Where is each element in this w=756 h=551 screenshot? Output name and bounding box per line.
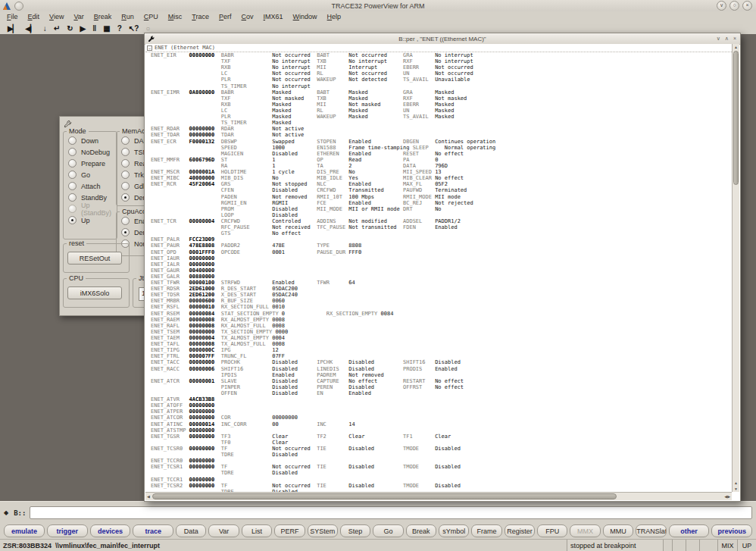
register-row[interactable]: ENET_TCCR1 00000000	[151, 477, 729, 483]
register-row[interactable]: ENET_ATINC 00000014 INC_CORR 00 INC 14	[151, 421, 729, 427]
register-row[interactable]: OFFEN Disabled EN Enabled	[151, 390, 729, 396]
menu-item-run[interactable]: Run	[117, 12, 139, 21]
register-row[interactable]: ENET_FTRL 000007FF TRUNC_FL 07FF	[151, 353, 729, 359]
register-row[interactable]: ENET_RAFL 00000008 RX_ALMOST_FULL 0008	[151, 323, 729, 329]
register-row[interactable]: ENET_MMFR 6006796D ST 1 OP Read PA 0	[151, 157, 729, 163]
vertical-scroll-thumb[interactable]	[733, 51, 739, 185]
radio-option-go[interactable]: Go	[64, 169, 117, 180]
register-row[interactable]: ENET_TGSR 00000000 TF3 Clear TF2 Clear T…	[151, 434, 729, 440]
register-row[interactable]: ENET_TFWR 00000100 STRFWD Enabled TFWR 6…	[151, 280, 729, 286]
minimize-button[interactable]: ∨	[717, 1, 726, 11]
softkey-break[interactable]: Break	[406, 524, 436, 537]
softkey-other[interactable]: other	[669, 524, 710, 537]
register-row[interactable]: TS_TIMER No interrupt	[151, 83, 729, 89]
register-row[interactable]: ENET_ATPER 00000000	[151, 409, 729, 415]
register-row[interactable]: TDRE Disabled	[151, 452, 729, 458]
register-row[interactable]: ENET_MIBC 40000000 MIB_DIS No MIB_IDLE Y…	[151, 175, 729, 181]
softkey-go[interactable]: Go	[373, 524, 403, 537]
menu-item-file[interactable]: File	[2, 12, 23, 21]
command-input[interactable]	[30, 506, 752, 519]
register-row[interactable]: RFC_PAUSE Not received TFC_PAUSE Not tra…	[151, 224, 729, 230]
menu-item-var[interactable]: Var	[69, 12, 88, 21]
register-row[interactable]: SPEED 1000 EN1588 Frame time-stamping SL…	[151, 145, 729, 151]
maximize-button[interactable]: ○	[729, 1, 739, 11]
register-row[interactable]: ENET_TIPG 0000000C IPG 12	[151, 347, 729, 353]
softkey-devices[interactable]: devices	[90, 524, 131, 537]
register-row[interactable]: ENET_MSCR 0000001A HOLDTIME 1 cycle DIS_…	[151, 169, 729, 175]
register-row[interactable]: ENET_TAEM 00000004 TX_ALMOST_EMPTY 0004	[151, 335, 729, 341]
step-return-icon[interactable]: ↵	[54, 24, 59, 33]
resetout-button[interactable]: RESetOut	[67, 252, 122, 265]
step-into-icon[interactable]: ↓	[43, 24, 46, 33]
register-row[interactable]: PADEN Not removed RMII_10T 100 Mbps RMII…	[151, 194, 729, 200]
register-row[interactable]: ENET_TCSR2 00000000 TF Not occurred TIE …	[151, 483, 729, 489]
scroll-left-icon[interactable]: ◀	[147, 493, 150, 500]
breakpoint-list-icon[interactable]: ▦	[103, 24, 109, 33]
menu-item-break[interactable]: Break	[89, 12, 117, 21]
per-window-titlebar[interactable]: B::per , "ENET ((Ethernet MAC)" ∨ ∧ ×	[145, 33, 740, 45]
softkey-symbol[interactable]: sYmbol	[439, 524, 469, 537]
menu-item-cov[interactable]: Cov	[237, 12, 258, 21]
register-row[interactable]: PINPER Disabled PEREN Disabled OFFRST No…	[151, 384, 729, 390]
close-button[interactable]: ×	[742, 1, 752, 11]
register-row[interactable]: ENET_OPD 0001FFF0 OPCODE 0001 PAUSE_DUR …	[151, 249, 729, 255]
softkey-previous[interactable]: previous	[711, 524, 752, 537]
register-row[interactable]: RGMII_EN RGMII FCE Enabled BC_REJ Not re…	[151, 200, 729, 206]
softkey-var[interactable]: Var	[208, 524, 239, 537]
softkey-list[interactable]: List	[242, 524, 272, 537]
per-minimize-icon[interactable]: ∨	[717, 36, 720, 42]
scroll-down-icon[interactable]: ▼	[733, 486, 739, 492]
softkey-trace[interactable]: trace	[133, 524, 173, 537]
register-row[interactable]: ENET_TAFL 00000008 TX_ALMOST_FULL 0008	[151, 341, 729, 347]
register-row[interactable]: ENET_ATCR 00000001 SLAVE Disabled CAPTUR…	[151, 378, 729, 384]
register-row[interactable]: ENET_TCSR0 00000000 TF Not occurred TIE …	[151, 446, 729, 452]
register-row[interactable]: TXF No interrupt TXB No interrupt RXF No…	[151, 58, 729, 64]
help-icon[interactable]: ?	[117, 24, 121, 33]
softkey-step[interactable]: Step	[340, 524, 370, 537]
register-row[interactable]: ENET_RAEM 00000008 RX_ALMOST_EMPTY 0008	[151, 317, 729, 323]
vertical-scrollbar[interactable]: ▲ ▲ ▼	[732, 44, 739, 492]
register-row[interactable]: RXB No interrupt MII Interrupt EBERR Not…	[151, 64, 729, 70]
register-row[interactable]: ENET_MRBR 00000600 R_BUF_SIZE 0060	[151, 298, 729, 304]
softkey-emulate[interactable]: emulate	[4, 524, 45, 537]
register-row[interactable]: ENET_TCCR0 00000000	[151, 458, 729, 464]
tree-node-header[interactable]: − ENET (Ethernet MAC)	[145, 44, 739, 52]
go-icon[interactable]: ▶	[80, 24, 86, 33]
register-row[interactable]: ENET_ECR F0000132 DBSWP Swapped STOPEN E…	[151, 139, 729, 145]
radio-option-nodebug[interactable]: NoDebug	[64, 146, 117, 158]
radio-option-attach[interactable]: Attach	[64, 180, 117, 192]
register-row[interactable]: IPDIS Enabled PADREM Not removed	[151, 372, 729, 378]
status-mode[interactable]: MIX	[718, 540, 738, 551]
register-row[interactable]: CFEN Disabled CRCFWD Transmitted PAUFWD …	[151, 187, 729, 193]
scroll-up-icon[interactable]: ▲	[733, 44, 739, 50]
register-row[interactable]: ENET_PALR FCC23D09	[151, 236, 729, 243]
register-row[interactable]: ENET_TDAR 00000000 TDAR Not active	[151, 132, 729, 138]
register-row[interactable]: PLR Not occurred WAKEUP Not detected TS_…	[151, 77, 729, 83]
register-row[interactable]: ENET_RDAR 00000000 RDAR Not active	[151, 126, 729, 132]
register-row[interactable]: ENET_TDSR 2ED61200 X_DES_START 05DAC240	[151, 292, 729, 298]
radio-option-down[interactable]: Down	[64, 135, 117, 146]
register-row[interactable]: TF0 Clear	[151, 440, 729, 446]
menu-item-perf[interactable]: Perf	[214, 12, 236, 21]
menu-item-imx61[interactable]: IMX61	[259, 12, 288, 21]
softkey-trigger[interactable]: trigger	[47, 524, 88, 537]
register-row[interactable]: MAGICEN Disabled ETHEREN Enabled RESET N…	[151, 151, 729, 157]
collapse-icon[interactable]: −	[147, 45, 152, 51]
register-row[interactable]: TXF Not masked TXB Masked RXF Not masked	[151, 95, 729, 102]
context-help-icon[interactable]: ↖?	[129, 24, 139, 33]
menu-item-edit[interactable]: Edit	[23, 12, 45, 21]
register-row[interactable]: ENET_GAUR 00400000	[151, 268, 729, 274]
register-row[interactable]: ENET_IAUR 00000000	[151, 255, 729, 261]
register-row[interactable]: LC Not occurred RL Not occurred UN Not o…	[151, 70, 729, 77]
register-row[interactable]: RA 1 TA 2 DATA 796D	[151, 163, 729, 169]
cpu-select-button[interactable]: iMX6Solo	[67, 286, 122, 299]
break-icon[interactable]: ‖	[92, 24, 95, 33]
menu-item-trace[interactable]: Trace	[187, 12, 214, 21]
register-row[interactable]: ENET_EIR 00800000 BABR Not occurred BABT…	[151, 52, 729, 58]
register-row[interactable]: ENET_RCR 45F20064 GRS Not stopped NLC En…	[151, 181, 729, 187]
softkey-system[interactable]: SYStem	[308, 524, 338, 537]
register-row[interactable]: RXB Masked MII Not masked EBERR Masked	[151, 102, 729, 108]
register-row[interactable]: ENET_RACC 00000006 SHIFT16 Disabled LINE…	[151, 366, 729, 372]
step-icon[interactable]: ▶▏	[8, 24, 17, 33]
register-row[interactable]: ENET_ATSTMP 00000000	[151, 427, 729, 434]
